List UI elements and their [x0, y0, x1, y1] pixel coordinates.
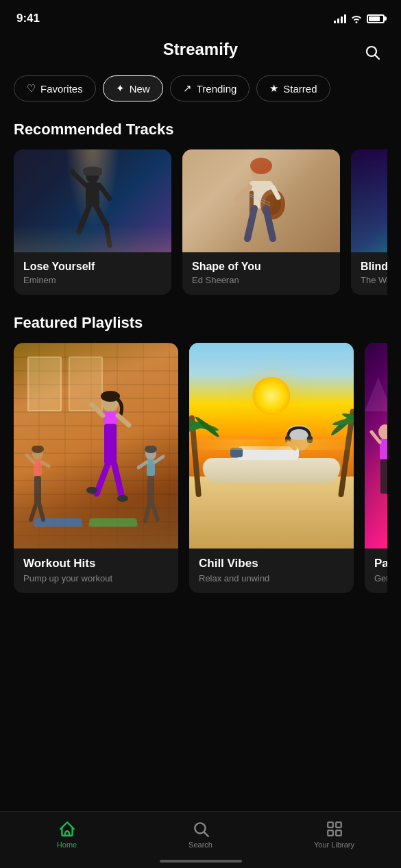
search-header-icon	[364, 44, 380, 60]
track-name-lose-yourself: Lose Yourself	[23, 261, 162, 273]
track-name-blinding-lights: Blinding Lights	[361, 261, 387, 273]
track-card-shape-of-you[interactable]: Shape of You Ed Sheeran	[182, 149, 340, 295]
recommended-tracks-list: Lose Yourself Eminem	[14, 149, 387, 300]
featured-playlists-title: Featured Playlists	[14, 314, 387, 332]
track-artist-blinding-lights: The Weeknd	[361, 275, 387, 285]
svg-line-5	[99, 185, 110, 199]
recommended-tracks-section: Recommended Tracks	[0, 112, 401, 306]
nav-search[interactable]: Search	[134, 820, 267, 849]
playlist-desc-chill-vibes: Relax and unwind	[199, 573, 344, 583]
track-image-blinding-lights	[351, 149, 387, 252]
app-header: Streamify	[0, 34, 401, 70]
status-bar: 9:41	[0, 0, 401, 34]
playlist-image-party-mix	[365, 343, 387, 548]
battery-icon	[367, 14, 385, 23]
svg-rect-26	[104, 424, 117, 465]
trending-icon: ↗	[183, 82, 192, 95]
hammock-person	[223, 422, 319, 477]
svg-line-28	[118, 415, 129, 425]
svg-line-40	[31, 503, 36, 520]
search-header-button[interactable]	[360, 40, 385, 64]
new-icon: ✦	[116, 82, 125, 95]
svg-line-7	[96, 206, 106, 225]
svg-line-31	[114, 465, 122, 497]
svg-line-87	[204, 832, 208, 836]
svg-point-57	[378, 424, 387, 439]
svg-line-48	[145, 503, 149, 521]
svg-marker-82	[365, 377, 387, 411]
svg-line-27	[92, 405, 103, 415]
track-image-lose-yourself	[14, 149, 171, 252]
track-card-blinding-lights[interactable]: Blinding Lights The Weeknd	[351, 149, 387, 295]
svg-point-32	[86, 487, 97, 494]
app-title: Streamify	[163, 40, 238, 59]
nav-library-label: Your Library	[314, 841, 354, 849]
wifi-icon	[350, 14, 363, 23]
tab-new-label: New	[130, 83, 150, 95]
nav-home[interactable]: Home	[0, 820, 134, 849]
track-image-shape-of-you	[182, 149, 340, 252]
tab-starred-label: Starred	[283, 83, 317, 95]
svg-rect-91	[336, 830, 341, 836]
tab-trending[interactable]: ↗ Trending	[170, 75, 250, 101]
dancer-bg-right	[137, 446, 165, 528]
status-time: 9:41	[16, 12, 40, 25]
svg-line-29	[97, 465, 108, 494]
svg-rect-25	[103, 411, 118, 424]
tab-trending-label: Trending	[197, 83, 237, 95]
nav-search-label: Search	[189, 841, 212, 849]
playlist-image-chill-vibes	[189, 343, 354, 548]
track-card-lose-yourself[interactable]: Lose Yourself Eminem	[14, 149, 171, 295]
signal-icon	[334, 14, 346, 23]
tab-favorites[interactable]: ♡ Favorites	[14, 75, 96, 101]
library-icon	[326, 820, 343, 838]
svg-rect-10	[83, 169, 102, 176]
search-nav-icon	[192, 820, 210, 838]
tab-favorites-label: Favorites	[40, 83, 83, 95]
home-icon	[58, 820, 76, 838]
svg-line-47	[155, 457, 163, 462]
playlist-card-chill-vibes[interactable]: Chill Vibes Relax and unwind	[189, 343, 354, 593]
nav-home-label: Home	[57, 841, 77, 849]
svg-rect-37	[34, 476, 41, 503]
track-artist-lose-yourself: Eminem	[23, 275, 162, 285]
playlist-name-chill-vibes: Chill Vibes	[199, 557, 344, 570]
nav-library[interactable]: Your Library	[267, 820, 401, 849]
playlist-desc-party-mix: Get the party started	[374, 573, 387, 583]
tab-starred[interactable]: ★ Starred	[256, 75, 330, 101]
track-name-shape-of-you: Shape of You	[192, 261, 330, 273]
svg-rect-88	[328, 822, 333, 828]
home-indicator	[160, 860, 242, 863]
svg-rect-59	[380, 459, 387, 494]
svg-line-1	[376, 56, 380, 60]
svg-line-39	[42, 462, 49, 466]
svg-line-46	[138, 462, 147, 468]
playlist-name-party-mix: Party Mix	[374, 557, 387, 570]
svg-rect-89	[328, 830, 333, 836]
featured-playlists-list: Workout Hits Pump up your workout	[14, 343, 387, 599]
playlist-card-workout-hits[interactable]: Workout Hits Pump up your workout	[14, 343, 178, 593]
playlist-name-workout-hits: Workout Hits	[23, 557, 169, 570]
dancer-bg-left	[24, 446, 51, 528]
recommended-tracks-title: Recommended Tracks	[14, 121, 387, 138]
featured-playlists-section: Featured Playlists	[0, 306, 401, 604]
star-icon: ★	[269, 82, 278, 95]
playlist-image-workout-hits	[14, 343, 178, 548]
svg-rect-90	[336, 822, 341, 828]
svg-rect-45	[147, 476, 154, 503]
status-icons	[334, 14, 385, 23]
filter-tabs: ♡ Favorites ✦ New ↗ Trending ★ Starred	[0, 70, 401, 112]
party-crowd	[365, 377, 387, 548]
heart-icon: ♡	[27, 82, 36, 95]
svg-line-41	[39, 503, 43, 520]
svg-line-38	[27, 455, 34, 462]
playlist-card-party-mix[interactable]: Party Mix Get the party started	[365, 343, 387, 593]
playlist-desc-workout-hits: Pump up your workout	[23, 573, 169, 583]
svg-line-49	[152, 503, 158, 520]
svg-point-33	[117, 495, 128, 502]
tab-new[interactable]: ✦ New	[103, 75, 163, 101]
track-artist-shape-of-you: Ed Sheeran	[192, 275, 330, 285]
svg-line-60	[372, 432, 380, 442]
dancer-main	[86, 391, 134, 528]
